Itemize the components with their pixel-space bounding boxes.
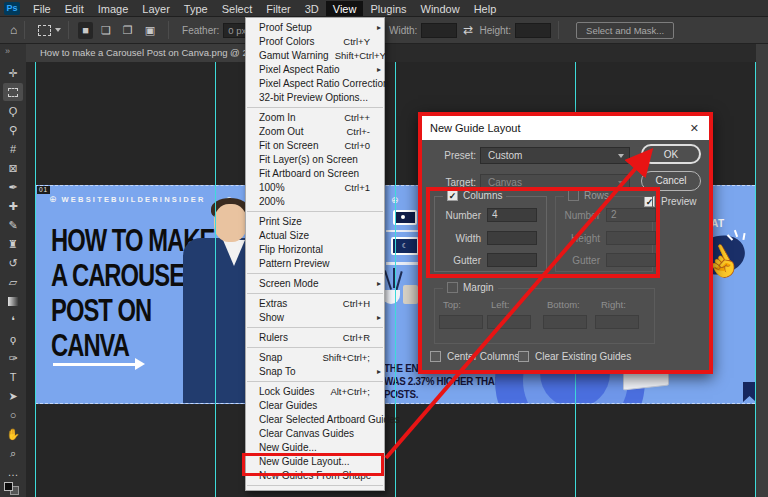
width-input[interactable]: [421, 23, 457, 38]
divider: [68, 21, 69, 39]
panel-dock-strip[interactable]: [756, 44, 768, 497]
hand-tool[interactable]: ✋: [3, 425, 23, 443]
menu-item-200[interactable]: 200%: [246, 194, 384, 208]
lasso-tool[interactable]: Ϙ: [3, 102, 23, 120]
foreground-color-swatch[interactable]: [4, 482, 13, 491]
home-icon[interactable]: ⌂: [10, 23, 17, 37]
menubar-item-select[interactable]: Select: [215, 1, 260, 16]
swap-dimensions-icon[interactable]: ⇄: [463, 23, 473, 37]
history-brush-tool[interactable]: ↺: [3, 254, 23, 272]
guide-line[interactable]: [215, 62, 216, 497]
menu-item-fit-on-screen[interactable]: Fit on ScreenCtrl+0: [246, 138, 384, 152]
document-tab[interactable]: How to make a Carousel Post on Canva.png…: [26, 44, 276, 62]
width-label: Width:: [389, 25, 417, 36]
menu-item-pattern-preview[interactable]: Pattern Preview: [246, 256, 384, 270]
close-icon[interactable]: ✕: [688, 122, 701, 135]
brush-tool[interactable]: ✎: [3, 216, 23, 234]
menubar-item-window[interactable]: Window: [414, 1, 467, 16]
menu-item-screen-mode[interactable]: Screen Mode▸: [246, 276, 384, 290]
menu-item-proof-colors[interactable]: Proof ColorsCtrl+Y: [246, 34, 384, 48]
eyedropper-tool[interactable]: ✒: [3, 178, 23, 196]
menu-item-pixel-aspect-ratio-correction[interactable]: Pixel Aspect Ratio Correction: [246, 76, 384, 90]
menubar-item-edit[interactable]: Edit: [58, 1, 91, 16]
height-input[interactable]: [515, 23, 551, 38]
menu-item-fit-artboard-on-screen[interactable]: Fit Artboard on Screen: [246, 166, 384, 180]
menubar-item-filter[interactable]: Filter: [259, 1, 297, 16]
gradient-tool[interactable]: [3, 292, 23, 310]
quick-selection-tool[interactable]: ⚲: [3, 121, 23, 139]
menu-item-zoom-out[interactable]: Zoom OutCtrl+-: [246, 124, 384, 138]
menu-item-snap[interactable]: SnapShift+Ctrl+;: [246, 350, 384, 364]
menubar-item-help[interactable]: Help: [467, 1, 504, 16]
select-and-mask-button[interactable]: Select and Mask...: [576, 22, 674, 39]
path-selection-tool[interactable]: ➤: [3, 387, 23, 405]
globe-icon: ⊕: [49, 194, 57, 204]
center-columns-checkbox[interactable]: Center Columns: [430, 351, 519, 362]
menubar-item-layer[interactable]: Layer: [135, 1, 177, 16]
clone-stamp-tool[interactable]: ♜: [3, 235, 23, 253]
divider: [168, 21, 169, 39]
color-swatches[interactable]: [4, 482, 22, 496]
rectangular-marquee-tool[interactable]: [3, 83, 23, 101]
feather-label: Feather:: [182, 25, 219, 36]
dialog-titlebar[interactable]: New Guide Layout ✕: [422, 116, 709, 140]
menu-item-fit-layer-s-on-screen[interactable]: Fit Layer(s) on Screen: [246, 152, 384, 166]
blur-tool[interactable]: ❛: [3, 311, 23, 329]
menubar-item-file[interactable]: File: [26, 1, 58, 16]
menu-item-gamut-warning[interactable]: Gamut WarningShift+Ctrl+Y: [246, 48, 384, 62]
dodge-tool[interactable]: ϙ: [3, 330, 23, 348]
photoshop-window: Ps FileEditImageLayerTypeSelectFilter3DV…: [0, 0, 768, 497]
clear-existing-guides-checkbox[interactable]: Clear Existing Guides: [518, 351, 631, 362]
menu-item-clear-guides[interactable]: Clear Guides: [246, 398, 384, 412]
annotation-box-menu-item: [242, 453, 384, 476]
menubar-item-3d[interactable]: 3D: [298, 1, 326, 16]
menu-item-zoom-in[interactable]: Zoom InCtrl++: [246, 110, 384, 124]
toolbar-expand-icon[interactable]: »: [5, 46, 10, 56]
menu-item-clear-canvas-guides[interactable]: Clear Canvas Guides: [246, 426, 384, 440]
intersect-selection-icon[interactable]: ▣: [141, 22, 159, 39]
menu-item-snap-to[interactable]: Snap To▸: [246, 364, 384, 378]
chevron-down-icon[interactable]: [55, 28, 61, 32]
menubar-item-image[interactable]: Image: [91, 1, 136, 16]
preset-dropdown[interactable]: Custom: [480, 147, 630, 164]
menu-item-new-guide[interactable]: New Guide...: [246, 440, 384, 454]
ok-button[interactable]: OK: [641, 144, 701, 164]
menu-item-32-bit-preview-options[interactable]: 32-bit Preview Options...: [246, 90, 384, 104]
menu-item-rulers[interactable]: RulersCtrl+R: [246, 330, 384, 344]
menu-item-proof-setup[interactable]: Proof Setup▸: [246, 20, 384, 34]
subtract-from-selection-icon[interactable]: ❐: [119, 22, 137, 39]
photoshop-logo[interactable]: Ps: [4, 2, 20, 15]
menubar-item-type[interactable]: Type: [177, 1, 215, 16]
move-tool[interactable]: ✛: [3, 64, 23, 82]
menu-item-clear-selected-artboard-guides[interactable]: Clear Selected Artboard Guides: [246, 412, 384, 426]
menubar-item-plugins[interactable]: Plugins: [363, 1, 413, 16]
menu-item-lock-guides[interactable]: Lock GuidesAlt+Ctrl+;: [246, 384, 384, 398]
margin-checkbox[interactable]: [447, 282, 458, 293]
guide-line[interactable]: [395, 62, 396, 497]
eraser-tool[interactable]: ▱: [3, 273, 23, 291]
menubar-item-view[interactable]: View: [326, 1, 364, 16]
frame-tool[interactable]: ⊠: [3, 159, 23, 177]
menu-item-print-size[interactable]: Print Size: [246, 214, 384, 228]
add-to-selection-icon[interactable]: ❏: [97, 22, 115, 39]
type-tool[interactable]: T: [3, 368, 23, 386]
shape-tool[interactable]: ○: [3, 406, 23, 424]
menu-item-show[interactable]: Show▸: [246, 310, 384, 324]
menu-item-pixel-aspect-ratio[interactable]: Pixel Aspect Ratio▸: [246, 62, 384, 76]
marquee-tool-icon[interactable]: [38, 25, 51, 36]
crop-tool[interactable]: #: [3, 140, 23, 158]
checkbox-icon: [430, 351, 441, 362]
pen-tool[interactable]: ✑: [3, 349, 23, 367]
new-selection-icon[interactable]: ■: [78, 22, 93, 39]
menu-separator: [247, 211, 383, 212]
illustration-cup: [403, 285, 418, 304]
zoom-tool[interactable]: ⌕: [3, 444, 23, 462]
menu-item-100[interactable]: 100%Ctrl+1: [246, 180, 384, 194]
guide-line[interactable]: [35, 62, 36, 497]
menu-item-actual-size[interactable]: Actual Size: [246, 228, 384, 242]
slide-arrow-graphic: [53, 358, 145, 370]
menu-item-extras[interactable]: ExtrasCtrl+H: [246, 296, 384, 310]
menu-item-flip-horizontal[interactable]: Flip Horizontal: [246, 242, 384, 256]
healing-brush-tool[interactable]: ✚: [3, 197, 23, 215]
edit-toolbar[interactable]: …: [3, 463, 23, 481]
